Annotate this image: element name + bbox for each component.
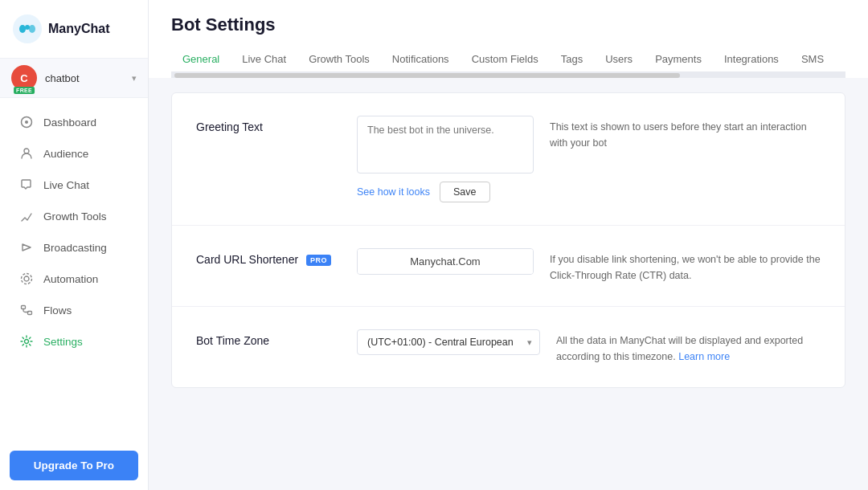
sidebar-item-livechat[interactable]: Live Chat (5, 169, 143, 200)
sidebar-item-label: Live Chat (43, 179, 89, 191)
sidebar-item-label: Settings (43, 336, 83, 348)
tab-scrollbar[interactable] (171, 73, 845, 78)
free-badge: FREE (14, 87, 35, 94)
main-content: Bot Settings General Live Chat Growth To… (149, 0, 868, 490)
svg-point-2 (29, 25, 35, 33)
account-selector[interactable]: C FREE chatbot ▾ (0, 58, 148, 98)
learn-more-link[interactable]: Learn more (678, 351, 730, 362)
sidebar-item-label: Automation (43, 273, 98, 285)
broadcasting-icon (19, 240, 34, 255)
tab-integrations[interactable]: Integrations (713, 47, 790, 73)
settings-card: Greeting Text See how it looks Save This… (171, 92, 845, 388)
sidebar-item-label: Growth Tools (43, 210, 107, 223)
page-title: Bot Settings (171, 14, 845, 35)
upgrade-button[interactable]: Upgrade To Pro (10, 451, 138, 480)
greeting-text-row: Greeting Text See how it looks Save This… (172, 93, 845, 226)
greeting-text-label: Greeting Text (196, 116, 341, 133)
tab-growth-tools[interactable]: Growth Tools (297, 47, 381, 73)
greeting-text-control: See how it looks Save (357, 116, 534, 202)
sidebar: ManyChat C FREE chatbot ▾ Dashboard Audi… (0, 0, 149, 490)
timezone-control: (UTC+01:00) - Central European (UTC+00:0… (357, 329, 540, 355)
tab-scrollbar-thumb (174, 73, 680, 78)
tab-sms[interactable]: SMS (790, 47, 835, 73)
tab-notifications[interactable]: Notifications (381, 47, 461, 73)
sidebar-item-growth-tools[interactable]: Growth Tools (5, 201, 143, 231)
card-url-row: Card URL Shortener PRO If you disable li… (172, 226, 845, 307)
greeting-save-button[interactable]: Save (440, 182, 490, 202)
sidebar-item-audience[interactable]: Audience (5, 138, 143, 169)
sidebar-item-label: Broadcasting (43, 242, 107, 254)
sidebar-item-broadcasting[interactable]: Broadcasting (5, 232, 143, 263)
tab-tags[interactable]: Tags (550, 47, 594, 73)
sidebar-item-automation[interactable]: Automation (5, 263, 143, 294)
settings-icon (19, 334, 34, 349)
audience-icon (19, 146, 34, 161)
tab-payments[interactable]: Payments (644, 47, 713, 73)
timezone-select[interactable]: (UTC+01:00) - Central European (UTC+00:0… (357, 329, 540, 355)
livechat-icon (19, 178, 34, 192)
url-input-wrap (357, 248, 534, 275)
card-url-description: If you disable link shortening, we won't… (550, 248, 821, 284)
tab-email[interactable]: Email (835, 47, 845, 73)
sidebar-item-flows[interactable]: Flows (5, 295, 143, 325)
account-name: chatbot (45, 72, 124, 84)
timezone-label: Bot Time Zone (196, 329, 341, 347)
sidebar-item-label: Dashboard (43, 116, 96, 129)
greeting-text-input[interactable] (357, 116, 534, 174)
main-header: Bot Settings General Live Chat Growth To… (149, 0, 868, 78)
svg-point-6 (24, 149, 29, 153)
automation-icon (19, 272, 34, 286)
svg-point-12 (25, 340, 29, 344)
timezone-select-wrap: (UTC+01:00) - Central European (UTC+00:0… (357, 329, 540, 355)
svg-point-8 (24, 276, 29, 281)
svg-point-3 (25, 25, 30, 30)
timezone-row: Bot Time Zone (UTC+01:00) - Central Euro… (172, 307, 845, 387)
sidebar-item-dashboard[interactable]: Dashboard (5, 107, 143, 137)
tab-general[interactable]: General (171, 47, 231, 73)
sidebar-item-label: Flows (43, 304, 72, 316)
dashboard-icon (19, 115, 34, 129)
logo-text: ManyChat (48, 22, 109, 36)
flows-icon (19, 303, 34, 317)
tab-users[interactable]: Users (594, 47, 644, 73)
timezone-description: All the data in ManyChat will be display… (556, 329, 821, 365)
svg-marker-7 (23, 244, 31, 251)
pro-badge: PRO (306, 255, 331, 266)
avatar: C FREE (11, 65, 37, 91)
card-url-label: Card URL Shortener PRO (196, 248, 341, 266)
growth-tools-icon (19, 209, 34, 223)
chevron-down-icon: ▾ (132, 73, 137, 84)
logo-area[interactable]: ManyChat (0, 0, 148, 58)
svg-point-9 (22, 274, 32, 284)
see-how-it-looks-link[interactable]: See how it looks (357, 186, 430, 198)
tab-bar: General Live Chat Growth Tools Notificat… (171, 47, 845, 73)
url-input[interactable] (358, 249, 533, 274)
content-area: Greeting Text See how it looks Save This… (149, 78, 868, 490)
tab-live-chat[interactable]: Live Chat (231, 47, 297, 73)
tab-custom-fields[interactable]: Custom Fields (461, 47, 550, 73)
sidebar-item-settings[interactable]: Settings (5, 326, 143, 357)
manychat-logo-icon (13, 14, 42, 43)
sidebar-nav: Dashboard Audience Live Chat Growth Tool… (0, 98, 148, 441)
svg-point-5 (25, 120, 28, 124)
greeting-text-description: This text is shown to users before they … (550, 116, 821, 151)
card-url-control (357, 248, 534, 275)
sidebar-item-label: Audience (43, 148, 88, 160)
greeting-text-actions: See how it looks Save (357, 182, 534, 202)
svg-point-1 (19, 25, 26, 33)
